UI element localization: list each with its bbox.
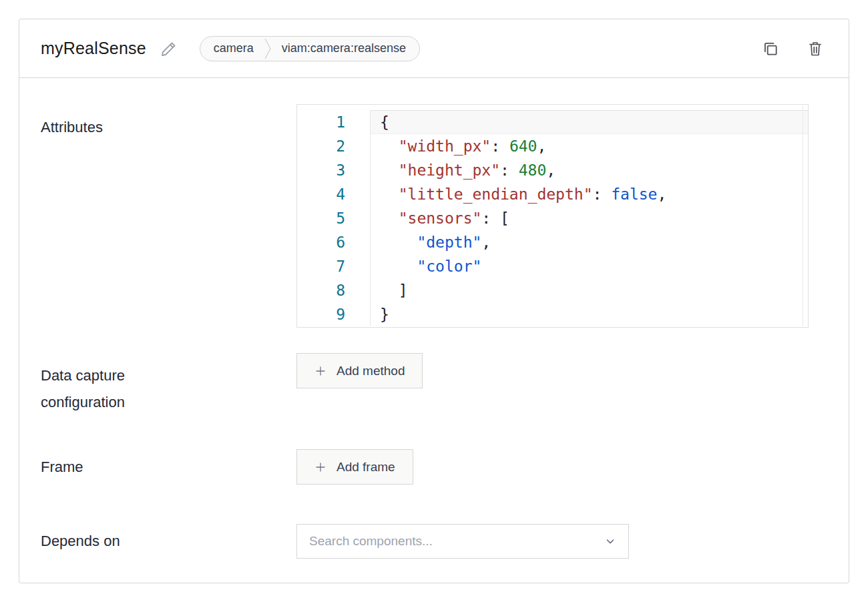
- depends-on-select[interactable]: [296, 524, 629, 559]
- duplicate-button[interactable]: [758, 36, 783, 61]
- depends-on-row: Depends on: [41, 524, 827, 559]
- component-card: myRealSense camera viam:camera:realsense: [19, 19, 849, 583]
- add-frame-button[interactable]: Add frame: [296, 449, 413, 485]
- code-text: "width_px": 640,: [371, 134, 808, 158]
- frame-row: Frame Add frame: [41, 449, 827, 485]
- code-line[interactable]: 6 "depth",: [297, 230, 808, 254]
- rename-button[interactable]: [157, 37, 181, 61]
- editor-scrollbar[interactable]: [803, 105, 803, 326]
- code-line[interactable]: 7 "color": [297, 254, 808, 278]
- attributes-row: Attributes 1{2 "width_px": 640,3 "height…: [41, 104, 827, 328]
- attributes-label: Attributes: [41, 104, 296, 136]
- depends-on-label: Depends on: [41, 524, 296, 559]
- line-number: 2: [297, 134, 371, 158]
- line-number: 7: [297, 254, 371, 278]
- code-lines: 1{2 "width_px": 640,3 "height_px": 480,4…: [297, 110, 808, 326]
- search-components-input[interactable]: [309, 534, 604, 549]
- frame-label: Frame: [41, 449, 296, 485]
- pencil-icon: [161, 41, 177, 57]
- code-text: "color": [371, 254, 808, 278]
- code-text: }: [371, 302, 808, 326]
- code-line[interactable]: 8 ]: [297, 278, 808, 302]
- code-text: "sensors": [: [371, 206, 808, 230]
- code-text: ]: [371, 278, 808, 302]
- plus-icon: [314, 461, 327, 473]
- data-capture-label: Data capture configuration: [41, 353, 296, 416]
- line-number: 4: [297, 182, 371, 206]
- line-number: 3: [297, 158, 371, 182]
- code-line[interactable]: 9}: [297, 302, 808, 326]
- add-method-button[interactable]: Add method: [296, 353, 423, 388]
- code-text: "depth",: [371, 230, 808, 254]
- code-text: {: [371, 110, 808, 134]
- data-capture-row: Data capture configuration Add method: [41, 353, 827, 416]
- component-name: myRealSense: [41, 39, 146, 58]
- code-line[interactable]: 3 "height_px": 480,: [297, 158, 808, 182]
- code-text: "little_endian_depth": false,: [371, 182, 808, 206]
- line-number: 1: [297, 110, 371, 134]
- add-method-label: Add method: [337, 364, 405, 378]
- plus-icon: [314, 365, 327, 377]
- component-type-pill: camera viam:camera:realsense: [200, 36, 420, 61]
- delete-button[interactable]: [803, 36, 827, 61]
- chevron-right-icon: [263, 37, 272, 61]
- line-number: 8: [297, 278, 371, 302]
- duplicate-icon: [762, 40, 779, 57]
- code-line[interactable]: 1{: [297, 110, 808, 134]
- line-number: 9: [297, 302, 371, 326]
- code-line[interactable]: 5 "sensors": [: [297, 206, 808, 230]
- component-model: viam:camera:realsense: [282, 41, 406, 55]
- card-header: myRealSense camera viam:camera:realsense: [19, 19, 849, 78]
- code-text: "height_px": 480,: [371, 158, 808, 182]
- line-number: 5: [297, 206, 371, 230]
- code-line[interactable]: 2 "width_px": 640,: [297, 134, 808, 158]
- chevron-down-icon: [604, 535, 616, 547]
- component-category: camera: [214, 41, 254, 55]
- attributes-code-editor[interactable]: 1{2 "width_px": 640,3 "height_px": 480,4…: [296, 104, 809, 328]
- line-number: 6: [297, 230, 371, 254]
- code-line[interactable]: 4 "little_endian_depth": false,: [297, 182, 808, 206]
- add-frame-label: Add frame: [337, 460, 395, 475]
- trash-icon: [807, 40, 823, 57]
